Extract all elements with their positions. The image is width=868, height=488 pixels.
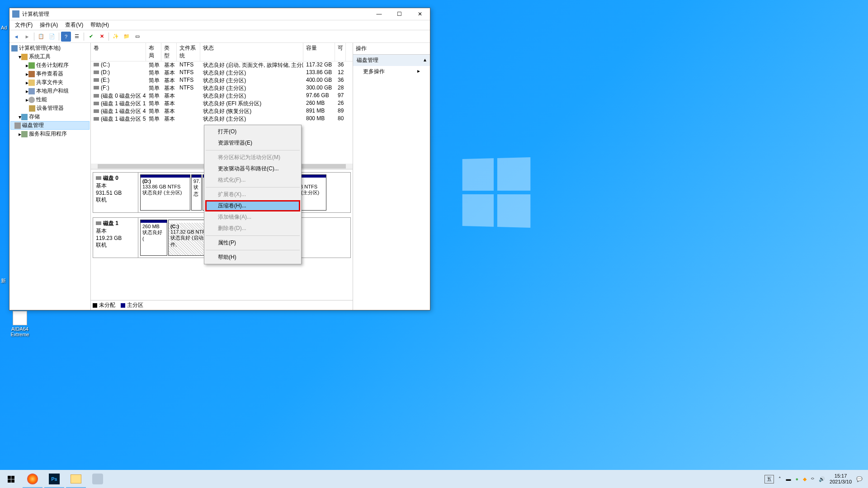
taskbar-photoshop-icon[interactable]: Ps bbox=[43, 470, 65, 488]
volume-table-header: 卷 布局 类型 文件系统 状态 容量 可 bbox=[91, 43, 353, 61]
tray-security-icon[interactable]: ◆ bbox=[803, 476, 807, 482]
navigation-tree: 计算机管理(本地) ▾ 系统工具 ▸ 任务计划程序 ▸ 事件查看器 ▸ 共享文件… bbox=[9, 43, 91, 310]
volume-row[interactable]: (D:)简单基本NTFS状态良好 (主分区)133.86 GB12 bbox=[91, 69, 353, 77]
titlebar: 计算机管理 — ☐ ✕ bbox=[9, 8, 430, 20]
tree-task-scheduler[interactable]: ▸ 任务计划程序 bbox=[10, 61, 90, 70]
context-menu-item: 将分区标记为活动分区(M) bbox=[205, 152, 300, 163]
disk-1-info[interactable]: 磁盘 1 基本 119.23 GB 联机 bbox=[93, 218, 138, 258]
help-icon[interactable]: ? bbox=[61, 32, 71, 42]
menubar: 文件(F) 操作(A) 查看(V) 帮助(H) bbox=[9, 20, 430, 30]
start-button[interactable] bbox=[0, 470, 22, 488]
list-icon[interactable]: ☰ bbox=[72, 32, 82, 42]
col-filesystem[interactable]: 文件系统 bbox=[177, 43, 200, 61]
collapse-icon: ▴ bbox=[424, 56, 426, 64]
tray-wifi-icon[interactable]: ⌔ bbox=[811, 476, 814, 482]
legend-primary-swatch bbox=[121, 303, 125, 308]
desktop-label-partial-top: Ad bbox=[1, 25, 7, 30]
tree-local-users[interactable]: ▸ 本地用户和组 bbox=[10, 87, 90, 95]
desktop-icon-aida64[interactable]: AIDA64 Extreme bbox=[6, 311, 33, 337]
ime-indicator[interactable]: 五 bbox=[764, 475, 774, 483]
taskbar-app-icon[interactable] bbox=[87, 470, 108, 488]
maximize-button[interactable]: ☐ bbox=[389, 8, 410, 20]
tray-volume-icon[interactable]: 🔊 bbox=[819, 476, 825, 482]
desktop-label-partial-bottom: 新 bbox=[1, 277, 6, 284]
legend-unallocated-swatch bbox=[93, 303, 97, 308]
legend-primary-label: 主分区 bbox=[127, 301, 143, 309]
tree-system-tools[interactable]: ▾ 系统工具 bbox=[10, 52, 90, 61]
context-menu-item[interactable]: 打开(O) bbox=[205, 126, 300, 137]
view-icon[interactable]: ▭ bbox=[132, 32, 142, 42]
partition[interactable]: 97.状态 bbox=[191, 174, 202, 211]
context-menu-item[interactable]: 帮助(H) bbox=[205, 252, 300, 263]
actions-more[interactable]: 更多操作▸ bbox=[353, 66, 430, 77]
folder-icon[interactable]: 📁 bbox=[122, 32, 132, 42]
tree-services[interactable]: ▸ 服务和应用程序 bbox=[10, 130, 90, 138]
tray-notifications-icon[interactable]: 💬 bbox=[856, 476, 863, 482]
context-menu-item[interactable]: 压缩卷(H)... bbox=[205, 200, 300, 211]
back-button[interactable]: ◄ bbox=[11, 32, 21, 42]
tray-clock[interactable]: 15:17 2021/3/10 bbox=[830, 473, 852, 485]
minimize-button[interactable]: — bbox=[369, 8, 389, 20]
partition[interactable]: (D:)133.86 GB NTFS状态良好 (主分区) bbox=[140, 174, 190, 211]
taskbar-explorer-icon[interactable] bbox=[65, 470, 87, 488]
forward-button[interactable]: ► bbox=[22, 32, 32, 42]
volume-row[interactable]: (C:)简单基本NTFS状态良好 (启动, 页面文件, 故障转储, 主分区)11… bbox=[91, 61, 353, 69]
tree-performance[interactable]: ▸ 性能 bbox=[10, 95, 90, 104]
col-free[interactable]: 可 bbox=[335, 43, 346, 61]
wallpaper-windows-logo bbox=[462, 157, 531, 228]
tree-root[interactable]: 计算机管理(本地) bbox=[10, 44, 90, 52]
app-icon bbox=[12, 10, 19, 18]
context-menu-item[interactable]: 资源管理器(E) bbox=[205, 137, 300, 149]
legend: 未分配 主分区 bbox=[91, 300, 353, 310]
tree-event-viewer[interactable]: ▸ 事件查看器 bbox=[10, 70, 90, 78]
context-menu-item[interactable]: 属性(P) bbox=[205, 237, 300, 249]
menu-help[interactable]: 帮助(H) bbox=[87, 20, 113, 30]
legend-unallocated-label: 未分配 bbox=[99, 301, 115, 309]
system-tray: 五 ˄ ▬ ● ◆ ⌔ 🔊 15:17 2021/3/10 💬 bbox=[764, 473, 868, 485]
context-menu-item: 添加镜像(A)... bbox=[205, 211, 300, 223]
close-button[interactable]: ✕ bbox=[410, 8, 430, 20]
tree-disk-management[interactable]: 磁盘管理 bbox=[10, 121, 90, 130]
actions-disk-mgmt[interactable]: 磁盘管理▴ bbox=[353, 55, 430, 66]
tree-device-manager[interactable]: 设备管理器 bbox=[10, 104, 90, 113]
taskbar-firefox-icon[interactable] bbox=[22, 470, 43, 488]
new-icon[interactable]: ✨ bbox=[111, 32, 121, 42]
tray-battery-icon[interactable]: ▬ bbox=[786, 476, 791, 482]
volume-row[interactable]: (磁盘 0 磁盘分区 4)简单基本状态良好 (主分区)97.66 GB97 bbox=[91, 92, 353, 100]
context-menu-item[interactable]: 更改驱动器号和路径(C)... bbox=[205, 163, 300, 174]
col-status[interactable]: 状态 bbox=[200, 43, 303, 61]
volume-row[interactable]: (磁盘 1 磁盘分区 1)简单基本状态良好 (EFI 系统分区)260 MB26 bbox=[91, 100, 353, 108]
context-menu-item: 删除卷(D)... bbox=[205, 223, 300, 234]
volume-row[interactable]: (磁盘 1 磁盘分区 4)简单基本状态良好 (恢复分区)891 MB89 bbox=[91, 108, 353, 115]
menu-file[interactable]: 文件(F) bbox=[11, 20, 36, 30]
partition[interactable]: 260 MB状态良好 ( bbox=[140, 220, 167, 256]
volume-row[interactable]: (磁盘 1 磁盘分区 5)简单基本状态良好 (主分区)800 MB80 bbox=[91, 115, 353, 123]
toolbar: ◄ ► 📋 📄 ? ☰ ✔ ✕ ✨ 📁 ▭ bbox=[9, 30, 430, 43]
tray-cloud-icon[interactable]: ● bbox=[795, 476, 798, 482]
context-menu: 打开(O)资源管理器(E)将分区标记为活动分区(M)更改驱动器号和路径(C)..… bbox=[204, 125, 302, 264]
taskbar: Ps 五 ˄ ▬ ● ◆ ⌔ 🔊 15:17 2021/3/10 💬 bbox=[0, 470, 868, 488]
menu-action[interactable]: 操作(A) bbox=[36, 20, 61, 30]
context-menu-item: 格式化(F)... bbox=[205, 174, 300, 186]
menu-view[interactable]: 查看(V) bbox=[61, 20, 87, 30]
tree-storage[interactable]: ▾ 存储 bbox=[10, 113, 90, 121]
col-capacity[interactable]: 容量 bbox=[303, 43, 335, 61]
context-menu-item: 扩展卷(X)... bbox=[205, 189, 300, 200]
properties-icon[interactable]: 📄 bbox=[47, 32, 57, 42]
tray-chevron-icon[interactable]: ˄ bbox=[778, 476, 781, 482]
volume-row[interactable]: (E:)简单基本NTFS状态良好 (主分区)400.00 GB36 bbox=[91, 77, 353, 84]
window-title: 计算机管理 bbox=[22, 10, 369, 18]
col-volume[interactable]: 卷 bbox=[91, 43, 146, 61]
volume-row[interactable]: (F:)简单基本NTFS状态良好 (主分区)300.00 GB28 bbox=[91, 84, 353, 92]
col-type[interactable]: 类型 bbox=[161, 43, 177, 61]
actions-header: 操作 bbox=[353, 43, 430, 55]
disk-0-info[interactable]: 磁盘 0 基本 931.51 GB 联机 bbox=[93, 173, 138, 212]
delete-icon[interactable]: ✕ bbox=[97, 32, 107, 42]
tree-shared-folders[interactable]: ▸ 共享文件夹 bbox=[10, 78, 90, 87]
col-layout[interactable]: 布局 bbox=[146, 43, 161, 61]
check-icon[interactable]: ✔ bbox=[86, 32, 96, 42]
actions-panel: 操作 磁盘管理▴ 更多操作▸ bbox=[353, 43, 430, 310]
chevron-right-icon: ▸ bbox=[417, 68, 420, 75]
refresh-icon[interactable]: 📋 bbox=[36, 32, 46, 42]
